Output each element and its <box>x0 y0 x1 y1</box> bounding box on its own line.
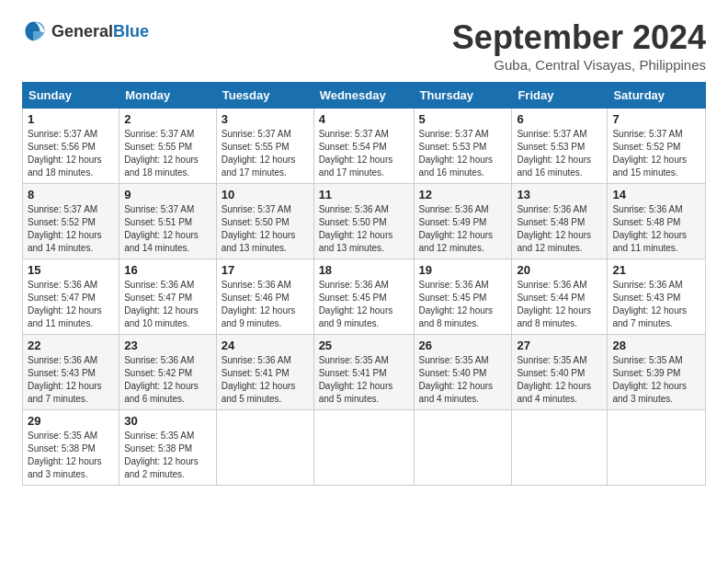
calendar-cell: 10 Sunrise: 5:37 AM Sunset: 5:50 PM Dayl… <box>216 184 313 259</box>
day-number: 27 <box>517 339 602 352</box>
calendar-cell: 17 Sunrise: 5:36 AM Sunset: 5:46 PM Dayl… <box>216 259 313 335</box>
day-content: Sunrise: 5:37 AM Sunset: 5:52 PM Dayligh… <box>612 128 700 179</box>
calendar-table: Sunday Monday Tuesday Wednesday Thursday… <box>22 82 706 486</box>
day-content: Sunrise: 5:36 AM Sunset: 5:46 PM Dayligh… <box>222 279 309 330</box>
calendar-week-3: 15 Sunrise: 5:36 AM Sunset: 5:47 PM Dayl… <box>23 259 706 335</box>
day-number: 3 <box>222 112 309 126</box>
calendar-cell: 2 Sunrise: 5:37 AM Sunset: 5:55 PM Dayli… <box>119 109 217 184</box>
calendar-week-5: 29 Sunrise: 5:35 AM Sunset: 5:38 PM Dayl… <box>23 410 706 486</box>
day-number: 25 <box>319 339 409 352</box>
calendar-cell: 6 Sunrise: 5:37 AM Sunset: 5:53 PM Dayli… <box>512 109 608 184</box>
calendar-cell: 19 Sunrise: 5:36 AM Sunset: 5:45 PM Dayl… <box>414 259 512 335</box>
calendar-cell: 20 Sunrise: 5:36 AM Sunset: 5:44 PM Dayl… <box>512 259 608 335</box>
calendar-cell: 22 Sunrise: 5:36 AM Sunset: 5:43 PM Dayl… <box>23 335 119 410</box>
day-content: Sunrise: 5:36 AM Sunset: 5:44 PM Dayligh… <box>517 279 602 330</box>
day-content: Sunrise: 5:36 AM Sunset: 5:50 PM Dayligh… <box>319 203 409 255</box>
calendar-cell: 24 Sunrise: 5:36 AM Sunset: 5:41 PM Dayl… <box>216 335 313 410</box>
day-content: Sunrise: 5:37 AM Sunset: 5:52 PM Dayligh… <box>28 203 114 255</box>
day-number: 8 <box>28 188 114 201</box>
day-number: 24 <box>222 339 309 352</box>
title-area: September 2024 Guba, Central Visayas, Ph… <box>452 18 706 73</box>
day-content: Sunrise: 5:37 AM Sunset: 5:56 PM Dayligh… <box>28 128 114 179</box>
header-thursday: Thursday <box>414 83 512 109</box>
day-content: Sunrise: 5:36 AM Sunset: 5:45 PM Dayligh… <box>319 279 409 330</box>
day-content: Sunrise: 5:35 AM Sunset: 5:40 PM Dayligh… <box>517 354 602 406</box>
page-header: GeneralBlue September 2024 Guba, Central… <box>22 18 706 73</box>
day-number: 17 <box>222 263 309 277</box>
day-content: Sunrise: 5:36 AM Sunset: 5:49 PM Dayligh… <box>419 203 507 255</box>
calendar-cell: 1 Sunrise: 5:37 AM Sunset: 5:56 PM Dayli… <box>23 109 119 184</box>
day-content: Sunrise: 5:36 AM Sunset: 5:42 PM Dayligh… <box>124 354 211 406</box>
day-number: 29 <box>28 414 114 428</box>
calendar-cell: 15 Sunrise: 5:36 AM Sunset: 5:47 PM Dayl… <box>23 259 119 335</box>
day-number: 10 <box>222 188 309 201</box>
header-tuesday: Tuesday <box>216 83 313 109</box>
logo-icon <box>22 18 48 44</box>
day-number: 1 <box>28 112 114 126</box>
day-number: 2 <box>124 112 211 126</box>
day-number: 21 <box>612 263 700 277</box>
calendar-cell <box>414 410 512 486</box>
calendar-cell: 7 Sunrise: 5:37 AM Sunset: 5:52 PM Dayli… <box>608 109 706 184</box>
day-content: Sunrise: 5:35 AM Sunset: 5:38 PM Dayligh… <box>28 430 114 481</box>
calendar-week-2: 8 Sunrise: 5:37 AM Sunset: 5:52 PM Dayli… <box>23 184 706 259</box>
day-number: 28 <box>612 339 700 352</box>
calendar-cell: 12 Sunrise: 5:36 AM Sunset: 5:49 PM Dayl… <box>414 184 512 259</box>
day-content: Sunrise: 5:37 AM Sunset: 5:55 PM Dayligh… <box>222 128 309 179</box>
day-number: 22 <box>28 339 114 352</box>
calendar-cell: 3 Sunrise: 5:37 AM Sunset: 5:55 PM Dayli… <box>216 109 313 184</box>
calendar-cell: 28 Sunrise: 5:35 AM Sunset: 5:39 PM Dayl… <box>608 335 706 410</box>
calendar-cell: 29 Sunrise: 5:35 AM Sunset: 5:38 PM Dayl… <box>23 410 119 486</box>
header-saturday: Saturday <box>608 83 706 109</box>
day-number: 16 <box>124 263 211 277</box>
day-content: Sunrise: 5:36 AM Sunset: 5:43 PM Dayligh… <box>612 279 700 330</box>
day-content: Sunrise: 5:37 AM Sunset: 5:53 PM Dayligh… <box>517 128 602 179</box>
calendar-cell: 13 Sunrise: 5:36 AM Sunset: 5:48 PM Dayl… <box>512 184 608 259</box>
day-content: Sunrise: 5:37 AM Sunset: 5:50 PM Dayligh… <box>222 203 309 255</box>
calendar-cell: 26 Sunrise: 5:35 AM Sunset: 5:40 PM Dayl… <box>414 335 512 410</box>
calendar-cell: 27 Sunrise: 5:35 AM Sunset: 5:40 PM Dayl… <box>512 335 608 410</box>
day-number: 23 <box>124 339 211 352</box>
day-content: Sunrise: 5:36 AM Sunset: 5:48 PM Dayligh… <box>517 203 602 255</box>
day-content: Sunrise: 5:36 AM Sunset: 5:48 PM Dayligh… <box>612 203 700 255</box>
location-subtitle: Guba, Central Visayas, Philippines <box>452 57 706 73</box>
day-number: 5 <box>419 112 507 126</box>
header-monday: Monday <box>119 83 217 109</box>
calendar-cell <box>216 410 313 486</box>
day-content: Sunrise: 5:37 AM Sunset: 5:51 PM Dayligh… <box>124 203 211 255</box>
calendar-cell: 9 Sunrise: 5:37 AM Sunset: 5:51 PM Dayli… <box>119 184 217 259</box>
calendar-cell: 8 Sunrise: 5:37 AM Sunset: 5:52 PM Dayli… <box>23 184 119 259</box>
day-content: Sunrise: 5:36 AM Sunset: 5:47 PM Dayligh… <box>28 279 114 330</box>
calendar-cell <box>313 410 414 486</box>
day-number: 6 <box>517 112 602 126</box>
day-content: Sunrise: 5:37 AM Sunset: 5:55 PM Dayligh… <box>124 128 211 179</box>
calendar-cell: 14 Sunrise: 5:36 AM Sunset: 5:48 PM Dayl… <box>608 184 706 259</box>
day-number: 9 <box>124 188 211 201</box>
day-content: Sunrise: 5:36 AM Sunset: 5:47 PM Dayligh… <box>124 279 211 330</box>
calendar-cell: 4 Sunrise: 5:37 AM Sunset: 5:54 PM Dayli… <box>313 109 414 184</box>
day-content: Sunrise: 5:35 AM Sunset: 5:39 PM Dayligh… <box>612 354 700 406</box>
day-number: 11 <box>319 188 409 201</box>
calendar-cell <box>608 410 706 486</box>
calendar-cell: 25 Sunrise: 5:35 AM Sunset: 5:41 PM Dayl… <box>313 335 414 410</box>
calendar-cell <box>512 410 608 486</box>
day-content: Sunrise: 5:37 AM Sunset: 5:53 PM Dayligh… <box>419 128 507 179</box>
calendar-cell: 16 Sunrise: 5:36 AM Sunset: 5:47 PM Dayl… <box>119 259 217 335</box>
calendar-cell: 11 Sunrise: 5:36 AM Sunset: 5:50 PM Dayl… <box>313 184 414 259</box>
day-content: Sunrise: 5:36 AM Sunset: 5:43 PM Dayligh… <box>28 354 114 406</box>
day-number: 12 <box>419 188 507 201</box>
day-content: Sunrise: 5:35 AM Sunset: 5:40 PM Dayligh… <box>419 354 507 406</box>
weekday-header-row: Sunday Monday Tuesday Wednesday Thursday… <box>23 83 706 109</box>
day-content: Sunrise: 5:37 AM Sunset: 5:54 PM Dayligh… <box>319 128 409 179</box>
day-content: Sunrise: 5:36 AM Sunset: 5:41 PM Dayligh… <box>222 354 309 406</box>
day-number: 7 <box>612 112 700 126</box>
day-number: 18 <box>319 263 409 277</box>
day-number: 15 <box>28 263 114 277</box>
month-title: September 2024 <box>452 18 706 57</box>
logo-text: GeneralBlue <box>51 22 149 41</box>
day-content: Sunrise: 5:35 AM Sunset: 5:41 PM Dayligh… <box>319 354 409 406</box>
day-number: 14 <box>612 188 700 201</box>
day-number: 19 <box>419 263 507 277</box>
calendar-cell: 30 Sunrise: 5:35 AM Sunset: 5:38 PM Dayl… <box>119 410 217 486</box>
calendar-week-1: 1 Sunrise: 5:37 AM Sunset: 5:56 PM Dayli… <box>23 109 706 184</box>
